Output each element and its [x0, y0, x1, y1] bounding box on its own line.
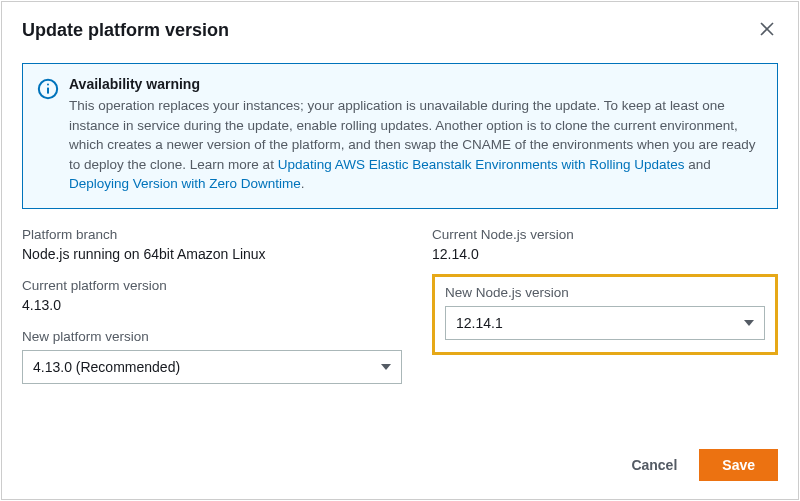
- svg-marker-5: [381, 364, 391, 370]
- alert-title: Availability warning: [69, 76, 763, 92]
- svg-marker-6: [744, 320, 754, 326]
- caret-down-icon: [381, 362, 391, 372]
- current-node-version-label: Current Node.js version: [432, 227, 778, 242]
- cancel-button[interactable]: Cancel: [627, 449, 681, 481]
- save-button[interactable]: Save: [699, 449, 778, 481]
- platform-branch-field: Platform branch Node.js running on 64bit…: [22, 227, 402, 262]
- close-button[interactable]: [756, 18, 778, 43]
- current-node-version-value: 12.14.0: [432, 246, 778, 262]
- new-node-version-value: 12.14.1: [456, 315, 503, 331]
- close-icon: [760, 22, 774, 39]
- new-platform-version-value: 4.13.0 (Recommended): [33, 359, 180, 375]
- left-column: Platform branch Node.js running on 64bit…: [22, 227, 402, 400]
- link-rolling-updates[interactable]: Updating AWS Elastic Beanstalk Environme…: [278, 157, 685, 172]
- modal-footer: Cancel Save: [2, 435, 798, 499]
- alert-suffix: .: [301, 176, 305, 191]
- new-node-version-highlight: New Node.js version 12.14.1: [432, 274, 778, 355]
- new-platform-version-field: New platform version 4.13.0 (Recommended…: [22, 329, 402, 384]
- new-node-version-label: New Node.js version: [445, 285, 765, 300]
- form-grid: Platform branch Node.js running on 64bit…: [22, 227, 778, 400]
- platform-branch-label: Platform branch: [22, 227, 402, 242]
- modal-title: Update platform version: [22, 20, 229, 41]
- modal-body: Availability warning This operation repl…: [2, 59, 798, 435]
- new-platform-version-select[interactable]: 4.13.0 (Recommended): [22, 350, 402, 384]
- caret-down-icon: [744, 318, 754, 328]
- new-node-version-select[interactable]: 12.14.1: [445, 306, 765, 340]
- update-platform-modal: Update platform version Availability war…: [1, 1, 799, 500]
- link-zero-downtime[interactable]: Deploying Version with Zero Downtime: [69, 176, 301, 191]
- alert-mid: and: [685, 157, 711, 172]
- current-platform-version-field: Current platform version 4.13.0: [22, 278, 402, 313]
- current-platform-version-label: Current platform version: [22, 278, 402, 293]
- alert-text: This operation replaces your instances; …: [69, 96, 763, 194]
- modal-header: Update platform version: [2, 2, 798, 59]
- current-node-version-field: Current Node.js version 12.14.0: [432, 227, 778, 262]
- alert-content: Availability warning This operation repl…: [69, 76, 763, 194]
- svg-point-4: [47, 84, 49, 86]
- info-icon: [37, 76, 59, 98]
- new-platform-version-label: New platform version: [22, 329, 402, 344]
- platform-branch-value: Node.js running on 64bit Amazon Linux: [22, 246, 402, 262]
- current-platform-version-value: 4.13.0: [22, 297, 402, 313]
- right-column: Current Node.js version 12.14.0 New Node…: [432, 227, 778, 400]
- availability-warning-alert: Availability warning This operation repl…: [22, 63, 778, 209]
